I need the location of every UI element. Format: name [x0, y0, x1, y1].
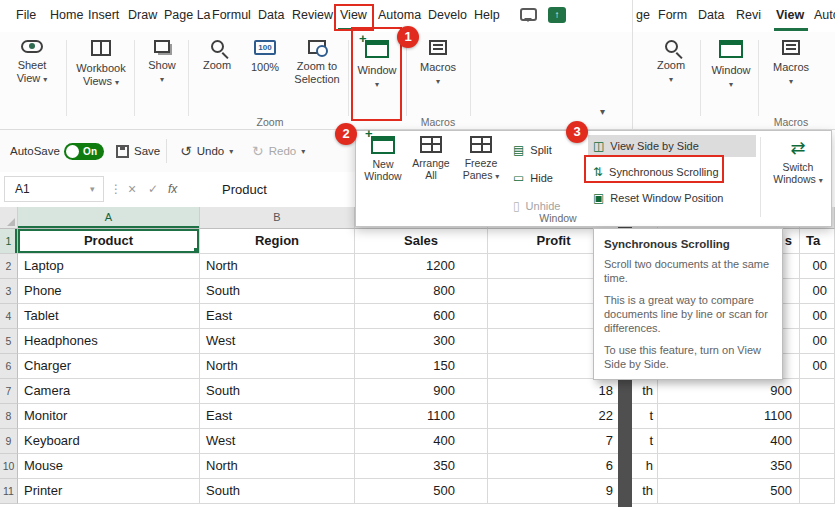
cell[interactable]: North	[200, 354, 355, 379]
cell[interactable]: 300	[355, 329, 488, 354]
zoom-100-button[interactable]: 100%	[244, 38, 286, 74]
autosave-toggle[interactable]: On	[64, 143, 104, 160]
row-header[interactable]: 10	[0, 454, 18, 479]
cell[interactable]: South	[200, 379, 355, 404]
tab-right-page-layout-partial[interactable]: ge	[636, 0, 650, 30]
cell[interactable]: 7	[488, 429, 620, 454]
row-header[interactable]: 5	[0, 329, 18, 354]
column-header-a[interactable]: A	[18, 207, 200, 229]
row-header[interactable]: 11	[0, 479, 18, 504]
row-header[interactable]: 2	[0, 254, 18, 279]
cell[interactable]: 00	[800, 279, 835, 304]
tab-data[interactable]: Data	[258, 0, 284, 30]
tab-right-formulas[interactable]: Form	[658, 0, 687, 30]
right-macros-button[interactable]: Macros ▾	[764, 38, 818, 88]
right-zoom-button[interactable]: Zoom ▾	[648, 38, 694, 86]
cell[interactable]: 00	[800, 354, 835, 379]
tab-right-data[interactable]: Data	[698, 0, 724, 30]
tab-home[interactable]: Home	[50, 0, 83, 30]
cell[interactable]	[800, 454, 835, 479]
hide-button[interactable]: ▭ Hide	[508, 167, 558, 189]
cell[interactable]: Mouse	[18, 454, 200, 479]
tab-file[interactable]: File	[16, 0, 36, 30]
cell[interactable]: 6	[488, 454, 620, 479]
cell[interactable]: 400	[658, 429, 800, 454]
cell[interactable]: 1100	[658, 404, 800, 429]
cell[interactable]	[800, 404, 835, 429]
share-icon[interactable]: ↑	[548, 7, 566, 23]
row-header[interactable]: 6	[0, 354, 18, 379]
cell[interactable]: 00	[800, 254, 835, 279]
cell[interactable]	[800, 379, 835, 404]
macros-button[interactable]: Macros ▾	[412, 38, 464, 88]
cell[interactable]: Monitor	[18, 404, 200, 429]
row-header[interactable]: 4	[0, 304, 18, 329]
cell[interactable]: 350	[658, 454, 800, 479]
cancel-icon[interactable]: ×	[128, 172, 136, 207]
cell[interactable]: Camera	[18, 379, 200, 404]
cell[interactable]: East	[200, 304, 355, 329]
cell[interactable]: t	[632, 404, 658, 429]
cell[interactable]: th	[632, 379, 658, 404]
cell[interactable]: Phone	[18, 279, 200, 304]
cell[interactable]: 1200	[355, 254, 488, 279]
cell[interactable]: 9	[488, 479, 620, 504]
cell[interactable]: 900	[658, 379, 800, 404]
cell[interactable]: Sales	[355, 229, 488, 254]
comments-icon[interactable]	[520, 8, 537, 21]
show-button[interactable]: Show ▾	[140, 38, 184, 86]
synchronous-scrolling-button[interactable]: ⇅ Synchronous Scrolling	[588, 161, 756, 183]
tab-insert[interactable]: Insert	[88, 0, 119, 30]
reset-window-position-button[interactable]: ▣ Reset Window Position	[588, 187, 760, 209]
save-button[interactable]: Save	[116, 130, 160, 172]
cell[interactable]: Region	[200, 229, 355, 254]
cell[interactable]: 400	[355, 429, 488, 454]
undo-button[interactable]: ↺ Undo ▾	[180, 130, 233, 172]
zoom-button[interactable]: Zoom	[194, 38, 240, 72]
right-window-button[interactable]: Window ▾	[706, 38, 756, 91]
cell[interactable]: 22	[488, 404, 620, 429]
cell[interactable]: East	[200, 404, 355, 429]
cell[interactable]: Headphones	[18, 329, 200, 354]
view-side-by-side-button[interactable]: ◫ View Side by Side	[588, 135, 756, 157]
cell[interactable]: North	[200, 254, 355, 279]
cell[interactable]: 500	[658, 479, 800, 504]
tab-view[interactable]: View	[340, 0, 367, 30]
cell[interactable]: 350	[355, 454, 488, 479]
split-button[interactable]: ▤ Split	[508, 139, 557, 161]
enter-check-icon[interactable]: ✓	[148, 172, 158, 207]
cell[interactable]: 600	[355, 304, 488, 329]
cell[interactable]: Product	[18, 229, 200, 254]
cell[interactable]: 150	[355, 354, 488, 379]
sheet-view-button[interactable]: Sheet View ▾	[6, 38, 58, 86]
cell[interactable]: 00	[800, 304, 835, 329]
cell[interactable]: 00	[800, 329, 835, 354]
cell[interactable]: Charger	[18, 354, 200, 379]
tab-developer[interactable]: Develo	[428, 0, 467, 30]
window-button[interactable]: Window ▾	[352, 38, 402, 91]
cell[interactable]: 1100	[355, 404, 488, 429]
cell[interactable]	[800, 429, 835, 454]
cell[interactable]: South	[200, 479, 355, 504]
insert-function-icon[interactable]: fx	[168, 172, 177, 207]
chevron-down-icon[interactable]: ▾	[90, 172, 95, 207]
tab-right-automate[interactable]: Auto	[814, 0, 835, 30]
cell[interactable]: 18	[488, 379, 620, 404]
arrange-all-button[interactable]: Arrange All	[408, 135, 454, 181]
formula-bar-dots-icon[interactable]: ⋮	[110, 172, 122, 207]
freeze-panes-button[interactable]: Freeze Panes ▾	[456, 135, 506, 183]
formula-bar-value[interactable]: Product	[222, 172, 267, 207]
cell[interactable]: West	[200, 329, 355, 354]
cell[interactable]: Laptop	[18, 254, 200, 279]
cell[interactable]: Keyboard	[18, 429, 200, 454]
row-header[interactable]: 8	[0, 404, 18, 429]
cell[interactable]: West	[200, 429, 355, 454]
cell[interactable]: th	[632, 479, 658, 504]
cell[interactable]: 800	[355, 279, 488, 304]
zoom-to-selection-button[interactable]: Zoom to Selection	[288, 38, 346, 86]
cell[interactable]: Printer	[18, 479, 200, 504]
cell[interactable]: Tablet	[18, 304, 200, 329]
cell[interactable]: North	[200, 454, 355, 479]
row-header[interactable]: 9	[0, 429, 18, 454]
select-all-corner[interactable]	[0, 207, 18, 229]
